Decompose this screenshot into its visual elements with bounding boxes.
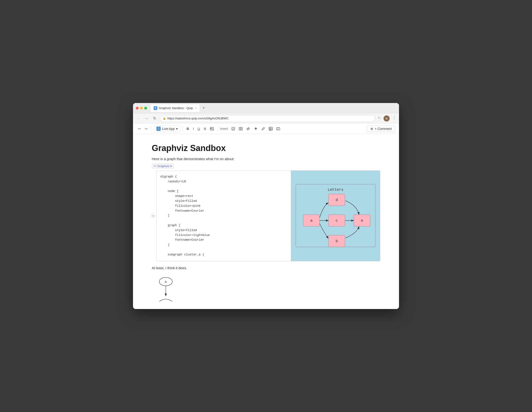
graph-title: Letters	[328, 188, 343, 192]
toolbar-divider-3	[218, 126, 218, 131]
svg-text:c: c	[335, 219, 338, 223]
minimize-button[interactable]	[140, 107, 143, 110]
traffic-lights	[136, 107, 147, 110]
live-app-icon: Q	[156, 127, 161, 131]
user-avatar[interactable]: U	[384, 115, 390, 122]
svg-text:b: b	[335, 239, 338, 243]
bookmark-icon[interactable]: ☆	[378, 115, 381, 122]
refresh-button[interactable]: ↻	[152, 116, 157, 121]
insert-label: Insert:	[220, 127, 228, 130]
svg-rect-3	[239, 127, 242, 130]
tab-title: Graphviz Sandbox - Quip	[159, 106, 193, 110]
document-subtitle: Here is a graph that demonstrates what I…	[152, 157, 380, 161]
checkbox-insert-button[interactable]	[230, 126, 237, 131]
svg-point-4	[240, 128, 241, 130]
svg-rect-5	[269, 127, 272, 130]
editor-toolbar: ↩ ↪ Q Live App ▾ B I U S Insert:	[133, 124, 399, 134]
tab-favicon: Q	[154, 106, 157, 110]
live-app-wrapper: + digraph { rankdir=LR node [ shape=rect…	[156, 170, 380, 261]
svg-text:e: e	[361, 219, 363, 223]
live-app-label: Live App	[162, 127, 175, 131]
toolbar-right: ⊕ + Comment	[367, 125, 395, 132]
pen-button[interactable]	[260, 126, 266, 131]
second-diagram: a	[152, 275, 380, 307]
add-icon: +	[152, 214, 154, 218]
undo-button[interactable]: ↩	[137, 126, 142, 131]
lightning-button[interactable]	[252, 126, 259, 131]
url-text: https://salesforce.quip.com/oG6gAvONJBWC	[167, 117, 228, 120]
link-insert-button[interactable]	[245, 126, 251, 131]
underline-button[interactable]: U	[196, 126, 202, 131]
redo-button[interactable]: ↪	[143, 126, 149, 131]
live-app-block: digraph { rankdir=LR node [ shape=rect s…	[156, 170, 380, 261]
live-app-button[interactable]: Q Live App ▾	[154, 125, 180, 132]
document-content: Graphviz Sandbox Here is a graph that de…	[133, 134, 399, 309]
graph-preview: Letters d a c e	[291, 171, 380, 261]
back-button[interactable]: ←	[136, 116, 142, 121]
svg-rect-6	[276, 128, 280, 130]
comment-button[interactable]: ⊕ + Comment	[367, 125, 395, 132]
italic-button[interactable]: I	[191, 126, 195, 131]
add-block-button[interactable]: +	[151, 214, 155, 218]
strikethrough-button[interactable]: S	[202, 126, 208, 131]
layout-button[interactable]	[275, 126, 281, 131]
title-bar: Q Graphviz Sandbox - Quip × +	[133, 103, 399, 113]
toolbar-divider-1	[151, 126, 152, 131]
svg-text:d: d	[335, 198, 338, 202]
after-text: At least, I think it does.	[152, 266, 380, 270]
svg-text:a: a	[310, 219, 313, 223]
svg-text:a: a	[165, 280, 167, 284]
image-button[interactable]	[209, 126, 215, 131]
toolbar-divider-2	[183, 126, 183, 131]
code-editor[interactable]: digraph { rankdir=LR node [ shape=rect s…	[157, 171, 291, 261]
address-bar: ← → ↻ 🔒 https://salesforce.quip.com/oG6g…	[133, 113, 399, 124]
more-icon[interactable]: ⋮	[392, 115, 396, 122]
browser-actions: ☆ U ⋮	[378, 115, 396, 122]
graphviz-badge-label: ✏ Graphviz ▾	[154, 164, 172, 168]
browser-window: Q Graphviz Sandbox - Quip × + ← → ↻ 🔒 ht…	[133, 103, 399, 309]
lock-icon: 🔒	[163, 117, 166, 120]
active-tab[interactable]: Q Graphviz Sandbox - Quip ×	[151, 104, 200, 112]
forward-button[interactable]: →	[144, 116, 149, 121]
maximize-button[interactable]	[144, 107, 147, 110]
close-button[interactable]	[136, 107, 139, 110]
table-button[interactable]	[267, 126, 274, 131]
url-bar[interactable]: 🔒 https://salesforce.quip.com/oG6gAvONJB…	[160, 115, 375, 122]
document-title: Graphviz Sandbox	[152, 143, 380, 153]
photo-insert-button[interactable]	[238, 126, 244, 131]
live-app-chevron: ▾	[176, 127, 178, 131]
second-graphviz-svg: a	[152, 275, 180, 307]
tab-close-icon[interactable]: ×	[195, 107, 197, 110]
graphviz-badge[interactable]: ✏ Graphviz ▾	[152, 164, 174, 169]
graphviz-svg: Letters d a c e	[293, 181, 378, 251]
comment-plus-icon: ⊕	[370, 127, 373, 131]
new-tab-button[interactable]: +	[202, 106, 205, 111]
svg-rect-2	[232, 127, 235, 130]
comment-label: + Comment	[375, 127, 392, 131]
bold-button[interactable]: B	[185, 126, 190, 131]
